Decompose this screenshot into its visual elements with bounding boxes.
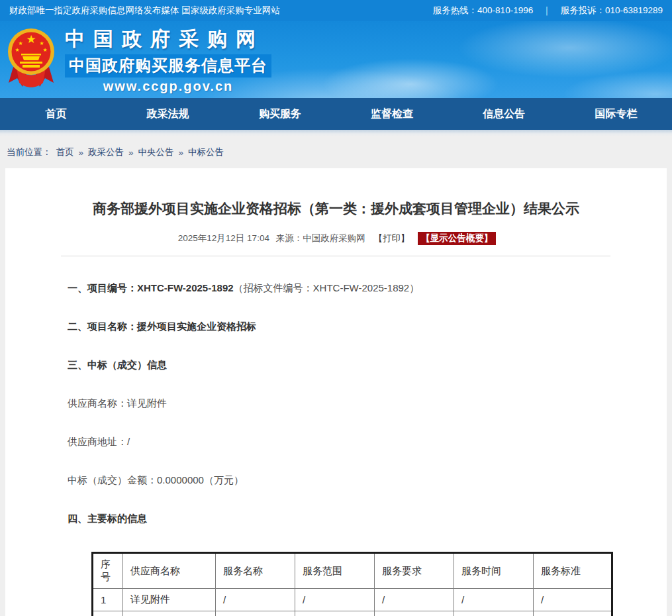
nav-item-regulations[interactable]: 政采法规: [112, 98, 224, 130]
nav-item-announcements[interactable]: 信息公告: [448, 98, 560, 130]
topbar-slogan: 财政部唯一指定政府采购信息网络发布媒体 国家级政府采购专业网站: [9, 5, 280, 17]
column-header: 服务时间: [454, 553, 534, 589]
svg-text:★: ★: [26, 33, 36, 46]
nav-item-purchase-services[interactable]: 购买服务: [224, 98, 336, 130]
main-nav: 首页 政采法规 购买服务 监督检查 信息公告 国际专栏: [0, 98, 672, 130]
site-url: www.ccgp.gov.cn: [65, 79, 271, 94]
table-cell: 详见附件: [123, 589, 216, 611]
site-subtitle-badge: 中国政府购买服务信息平台: [65, 54, 271, 77]
svg-text:★: ★: [15, 47, 19, 53]
service-hotline: 服务热线：400-810-1996: [433, 5, 534, 17]
table-row: [93, 611, 612, 616]
table-cell: [123, 611, 216, 616]
breadcrumb-home[interactable]: 首页: [56, 146, 74, 158]
national-emblem-logo: ★ ★ ★ ★ ★: [7, 27, 56, 95]
logo-text: 中国政府采购网 中国政府购买服务信息平台 www.ccgp.gov.cn: [65, 26, 271, 94]
article-body: 一、项目编号：XHTC-FW-2025-1892（招标文件编号：XHTC-FW-…: [5, 281, 667, 616]
publish-datetime: 2025年12月12日 17:04: [178, 233, 269, 243]
site-subtitle: 中国政府购买服务信息平台: [69, 56, 267, 74]
paragraph-project-number: 一、项目编号：XHTC-FW-2025-1892（招标文件编号：XHTC-FW-…: [68, 281, 605, 295]
nav-shadow-strip: [0, 130, 672, 136]
table-cell: [295, 611, 375, 616]
table-cell: [375, 611, 454, 616]
breadcrumb-procurement-announcements[interactable]: 政采公告: [88, 146, 124, 158]
paragraph-main-subject-heading: 四、主要标的信息: [68, 511, 605, 525]
site-header: ★ ★ ★ ★ ★ 中国政府采购网 中国政府购买服务信息平台 www.ccgp.…: [0, 21, 672, 98]
svg-text:★: ★: [42, 47, 47, 53]
column-header: 服务标准: [534, 553, 612, 589]
column-header: 供应商名称: [123, 553, 216, 589]
article-source: 来源：中国政府采购网: [276, 233, 365, 243]
table-header-row: 序号 供应商名称 服务名称 服务范围 服务要求 服务时间 服务标准: [93, 553, 612, 589]
bid-info-table: 序号 供应商名称 服务名称 服务范围 服务要求 服务时间 服务标准 1 详见附件…: [91, 552, 613, 616]
column-header: 服务要求: [375, 553, 454, 589]
table-cell: /: [454, 589, 534, 611]
paragraph-award-info-heading: 三、中标（成交）信息: [68, 358, 605, 372]
paragraph-award-amount: 中标（成交）金额：0.0000000（万元）: [68, 473, 605, 487]
paragraph-supplier-address: 供应商地址：/: [68, 435, 605, 448]
table-cell: [93, 611, 123, 616]
nav-item-supervision[interactable]: 监督检查: [336, 98, 448, 130]
service-complaint: 服务投诉：010-63819289: [560, 5, 663, 17]
paragraph-supplier-name: 供应商名称：详见附件: [68, 396, 605, 410]
breadcrumb-separator: »: [79, 148, 84, 158]
breadcrumb-label: 当前位置：: [7, 146, 52, 158]
content-panel: 商务部援外项目实施企业资格招标（第一类：援外成套项目管理企业）结果公示 2025…: [5, 168, 667, 616]
table-cell: [454, 611, 534, 616]
column-header: 服务名称: [216, 553, 295, 589]
breadcrumb-award-announcements[interactable]: 中标公告: [188, 146, 224, 158]
breadcrumb: 当前位置： 首页 » 政采公告 » 中央公告 » 中标公告: [0, 136, 672, 168]
table-cell: [534, 611, 612, 616]
table-cell: 1: [93, 589, 123, 611]
print-button[interactable]: 【打印】: [373, 233, 409, 243]
show-summary-button[interactable]: 【显示公告概要】: [418, 232, 496, 245]
table-cell: /: [534, 589, 612, 611]
topbar-separator: ｜: [542, 5, 551, 17]
article-meta: 2025年12月12日 17:04 来源：中国政府采购网 【打印】 【显示公告概…: [5, 232, 667, 244]
table-row: 1 详见附件 / / / / /: [93, 589, 612, 611]
nav-item-international[interactable]: 国际专栏: [560, 98, 672, 130]
page-title: 商务部援外项目实施企业资格招标（第一类：援外成套项目管理企业）结果公示: [23, 199, 649, 219]
table-cell: [216, 611, 295, 616]
svg-text:★: ★: [18, 40, 23, 46]
topbar: 财政部唯一指定政府采购信息网络发布媒体 国家级政府采购专业网站 服务热线：400…: [0, 0, 672, 21]
site-name: 中国政府采购网: [65, 26, 271, 53]
breadcrumb-separator: »: [179, 148, 184, 158]
nav-item-home[interactable]: 首页: [0, 98, 112, 130]
page: 财政部唯一指定政府采购信息网络发布媒体 国家级政府采购专业网站 服务热线：400…: [0, 0, 672, 616]
table-cell: /: [375, 589, 454, 611]
breadcrumb-separator: »: [128, 148, 134, 158]
svg-text:★: ★: [39, 40, 44, 46]
paragraph-project-name: 二、项目名称：援外项目实施企业资格招标: [68, 319, 605, 333]
breadcrumb-central-announcements[interactable]: 中央公告: [138, 146, 174, 158]
table-cell: /: [216, 589, 295, 611]
column-header: 序号: [93, 553, 123, 589]
topbar-contacts: 服务热线：400-810-1996 ｜ 服务投诉：010-63819289: [433, 5, 663, 17]
table-cell: /: [295, 589, 375, 611]
meta-divider: [61, 256, 610, 256]
column-header: 服务范围: [295, 553, 375, 589]
